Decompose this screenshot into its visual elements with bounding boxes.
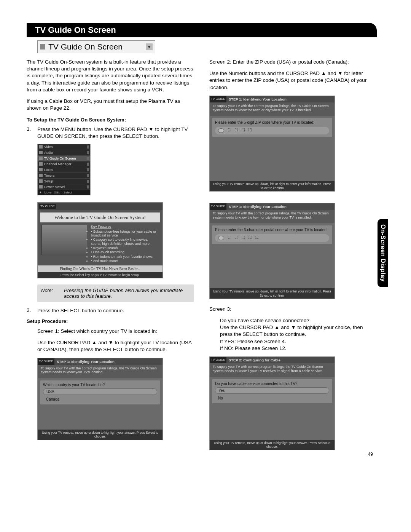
wizard-screenshot-zip: TV GUIDE STEP 1: Identifying Your Locati… (209, 96, 335, 192)
wizard-screenshot-cable: TV GUIDE STEP 2: Configuring for Cable T… (209, 356, 335, 450)
screen1-intro: Screen 1: Select which country your TV i… (37, 328, 194, 335)
feature-item: • Keyword search (91, 246, 159, 250)
screen3-no: If NO: Please see Screen 12. (220, 345, 377, 352)
wizard-footer: Using your TV remote, move up, down, lef… (210, 181, 335, 191)
wizard-desc: To supply your TV with correct program l… (210, 363, 335, 377)
wizard-question: Do you have cable service connected to t… (215, 382, 329, 386)
wizard-footer: Using your TV remote, move up or down to… (38, 430, 162, 439)
step-text: Press the MENU button. Use the CURSOR PA… (37, 126, 194, 140)
wizard-step-title: STEP 1: Identifying Your Location (226, 96, 335, 102)
wizard-desc: To supply your TV with the correct progr… (210, 210, 335, 224)
wizard-footer: Using your TV remote, move up or down to… (210, 440, 335, 450)
feature-item: • Subscription-free listings for your ca… (91, 230, 159, 238)
wizard-step-title: STEP 1: Identifying Your Location (54, 358, 162, 365)
note-label: Note: (41, 288, 64, 299)
feature-item: • Reminders to mark your favorite shows (91, 255, 159, 259)
screen3-label: Screen 3: (209, 306, 377, 313)
welcome-footer-1: Finding Out What's On TV Has Never Been … (38, 265, 162, 272)
title-box: TV Guide On Screen ▼ (37, 40, 155, 53)
wizard-desc: To supply your TV with the correct progr… (38, 365, 162, 379)
wizard-question: Please enter the 6-character postal code… (215, 228, 329, 232)
tv-illustration (41, 225, 87, 255)
screen3-yes: If YES: Please see Screen 4. (220, 338, 377, 345)
right-column: Screen 2: Enter the ZIP code (USA) or po… (209, 59, 377, 457)
step-text: Press the SELECT button to continue. (37, 307, 194, 314)
wizard-option: Yes (215, 387, 329, 394)
side-tab: On-Screen Display (378, 219, 388, 287)
feature-item: • One-touch recording (91, 250, 159, 254)
tvguide-logo: TV GUIDE (210, 96, 226, 102)
setup-heading: To Setup the TV Guide On Screen System: (27, 117, 194, 123)
welcome-bar: Welcome to the TV Guide On Screen System… (40, 212, 160, 222)
wizard-footer: Using your TV remote, move up, down, lef… (210, 288, 335, 298)
welcome-screenshot: TV GUIDE Welcome to the TV Guide On Scre… (37, 202, 163, 279)
wizard-step-title: STEP 1: Identifying Your Location (226, 203, 335, 210)
title-square-icon (40, 44, 45, 50)
screen3-body: Use the CURSOR PAD ▲ and ▼ to highlight … (220, 324, 377, 338)
tvguide-logo: TV GUIDE (38, 358, 54, 365)
section-header: TV Guide On Screen (27, 23, 377, 37)
step-number: 1. (27, 126, 37, 140)
wizard-desc: To supply your TV with the correct progr… (210, 102, 335, 116)
page-number: 49 (368, 452, 373, 457)
feature-item: • Category sort to quickly find movies, … (91, 238, 159, 246)
screen3-question: Do you have Cable service connected? (220, 317, 377, 324)
feature-item: • And much more! (91, 259, 159, 263)
screen2-body: Use the Numeric buttons and the CURSOR P… (209, 70, 377, 91)
welcome-footer-2: Press the Select key on your TV remote t… (38, 272, 162, 278)
screen1-body: Use the CURSOR PAD ▲ and ▼ to highlight … (37, 339, 194, 353)
step-number: 2. (27, 307, 37, 314)
wizard-option: Canada (43, 396, 157, 402)
wizard-question: Which country is your TV located in? (43, 383, 157, 387)
tvguide-logo: TV GUIDE (39, 204, 56, 209)
tvguide-logo: TV GUIDE (210, 357, 226, 363)
wizard-question: Please enter the 5-digit ZIP code where … (215, 120, 329, 125)
menu-screenshot: Video Audio TV Guide On Screen Channel M… (37, 144, 91, 195)
wizard-screenshot-postal: TV GUIDE STEP 1: Identifying Your Locati… (209, 203, 335, 299)
left-column: The TV Guide On-Screen system is a built… (27, 59, 194, 457)
intro-paragraph-2: If using a Cable Box or VCR, you must fi… (27, 98, 194, 112)
title-text: TV Guide On Screen (48, 42, 146, 51)
wizard-option: USA (43, 388, 157, 395)
screen2-intro: Screen 2: Enter the ZIP code (USA) or po… (209, 59, 377, 66)
wizard-option: No (215, 395, 329, 401)
key-features-heading: Key Features (91, 225, 159, 228)
dropdown-icon: ▼ (146, 43, 153, 50)
note-text: Pressing the GUIDE button also allows yo… (64, 288, 190, 299)
procedure-heading: Setup Procedure: (27, 318, 194, 325)
tvguide-logo: TV GUIDE (210, 203, 226, 210)
note-box: Note: Pressing the GUIDE button also all… (37, 284, 194, 302)
wizard-screenshot-country: TV GUIDE STEP 1: Identifying Your Locati… (37, 358, 163, 440)
wizard-step-title: STEP 2: Configuring for Cable (226, 357, 335, 363)
intro-paragraph: The TV Guide On-Screen system is a built… (27, 59, 194, 93)
